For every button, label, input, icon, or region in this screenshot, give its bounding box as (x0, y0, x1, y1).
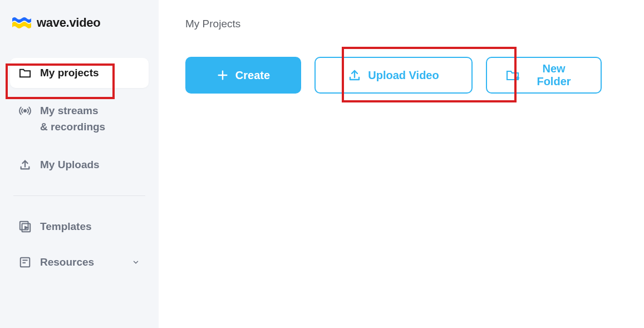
action-row: Create Upload Video New Folder (185, 57, 622, 94)
sidebar-divider (13, 195, 145, 196)
create-button[interactable]: Create (185, 57, 301, 94)
upload-icon (19, 159, 31, 171)
resources-icon (19, 256, 31, 268)
button-label: Create (235, 69, 270, 82)
sidebar-item-my-streams[interactable]: My streams & recordings (10, 94, 149, 144)
upload-icon (348, 68, 361, 82)
folder-icon (19, 67, 31, 79)
templates-icon (19, 221, 31, 233)
plus-icon (217, 69, 229, 81)
sidebar: wave.video My projects My streams & reco… (0, 0, 159, 328)
live-icon (19, 105, 31, 117)
sidebar-item-my-uploads[interactable]: My Uploads (10, 150, 149, 180)
sidebar-item-my-projects[interactable]: My projects (10, 58, 149, 88)
sidebar-item-label: Templates (40, 221, 92, 233)
folder-plus-icon (506, 69, 519, 81)
sidebar-item-label: Resources (40, 256, 94, 268)
sidebar-item-resources[interactable]: Resources (10, 247, 149, 277)
sidebar-item-label: My Uploads (40, 159, 100, 171)
sidebar-item-label: My projects (40, 67, 99, 79)
new-folder-button[interactable]: New Folder (486, 57, 602, 94)
svg-point-0 (24, 110, 26, 112)
chevron-down-icon (132, 258, 140, 266)
upload-video-button[interactable]: Upload Video (314, 57, 473, 94)
sidebar-item-templates[interactable]: Templates (10, 212, 149, 242)
button-label: New Folder (526, 62, 582, 88)
main-content: My Projects Create Upload Video (159, 0, 644, 328)
button-label: Upload Video (368, 69, 439, 82)
brand-logo[interactable]: wave.video (12, 16, 149, 30)
brand-name: wave.video (37, 16, 100, 30)
sidebar-item-label: My streams & recordings (40, 102, 105, 135)
wave-logo-icon (12, 16, 31, 30)
page-title: My Projects (185, 18, 622, 30)
